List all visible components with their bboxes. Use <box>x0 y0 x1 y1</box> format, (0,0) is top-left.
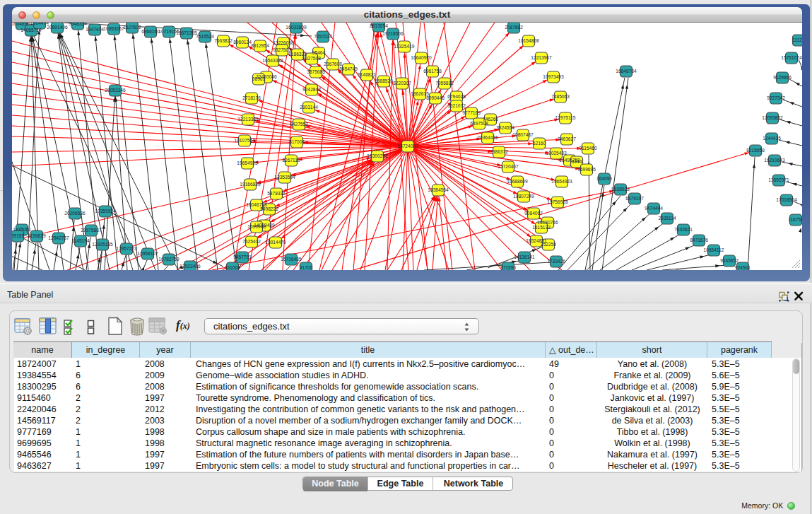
svg-text:2718176: 2718176 <box>242 95 261 100</box>
svg-text:13692971: 13692971 <box>768 177 789 182</box>
svg-text:1156829: 1156829 <box>28 233 46 238</box>
svg-text:19166829: 19166829 <box>240 182 261 187</box>
svg-text:18300295: 18300295 <box>367 153 388 158</box>
svg-text:6966160: 6966160 <box>141 29 160 34</box>
svg-text:1145194: 1145194 <box>71 238 90 243</box>
svg-text:1615132: 1615132 <box>532 225 551 230</box>
svg-text:19384554: 19384554 <box>428 187 449 192</box>
svg-text:2803144: 2803144 <box>300 105 318 110</box>
svg-text:15751074: 15751074 <box>781 55 802 60</box>
svg-text:6794028: 6794028 <box>447 94 466 99</box>
svg-text:12213967: 12213967 <box>531 55 552 60</box>
svg-text:9242848: 9242848 <box>302 87 321 92</box>
svg-text:39975887: 39975887 <box>81 228 102 233</box>
svg-text:16648784: 16648784 <box>616 69 637 74</box>
svg-text:19654925: 19654925 <box>237 160 258 165</box>
svg-text:3875685: 3875685 <box>307 69 325 74</box>
svg-text:811004: 811004 <box>225 265 240 270</box>
svg-text:7955812: 7955812 <box>435 81 454 86</box>
svg-text:6497508: 6497508 <box>470 121 488 126</box>
svg-text:8454749: 8454749 <box>339 66 358 71</box>
svg-text:9457791: 9457791 <box>233 255 252 259</box>
svg-text:9115460: 9115460 <box>579 146 597 151</box>
svg-text:16543382: 16543382 <box>262 58 283 63</box>
svg-text:1847404: 1847404 <box>86 27 104 32</box>
svg-text:12093832: 12093832 <box>762 115 783 120</box>
svg-text:9146821: 9146821 <box>358 72 376 77</box>
svg-text:871550: 871550 <box>500 265 516 270</box>
svg-text:1599948: 1599948 <box>247 224 266 229</box>
svg-text:19654923: 19654923 <box>551 179 572 184</box>
svg-text:12942737: 12942737 <box>48 235 69 240</box>
svg-text:8813054: 8813054 <box>370 23 388 28</box>
svg-text:116753: 116753 <box>788 217 802 222</box>
svg-text:8960124: 8960124 <box>233 40 252 45</box>
svg-text:16210643: 16210643 <box>764 158 785 163</box>
svg-text:8938923: 8938923 <box>611 187 630 192</box>
svg-text:8220307: 8220307 <box>393 81 411 86</box>
svg-text:12353594: 12353594 <box>274 175 295 180</box>
svg-text:16640970: 16640970 <box>411 55 432 60</box>
svg-text:16914479: 16914479 <box>265 240 286 245</box>
svg-text:10807487: 10807487 <box>512 132 534 137</box>
svg-text:62160: 62160 <box>533 141 546 146</box>
svg-text:2367608: 2367608 <box>324 62 342 66</box>
svg-text:7485063: 7485063 <box>551 94 570 99</box>
svg-text:924561: 924561 <box>735 265 751 270</box>
svg-text:10654112: 10654112 <box>704 247 724 252</box>
svg-text:91700: 91700 <box>300 265 313 270</box>
svg-text:7663822: 7663822 <box>214 38 233 43</box>
svg-text:7515524: 7515524 <box>196 34 214 39</box>
svg-text:9699695: 9699695 <box>577 167 596 172</box>
svg-text:9777169: 9777169 <box>462 110 481 115</box>
svg-text:98961: 98961 <box>252 76 266 81</box>
svg-text:252254: 252254 <box>541 242 556 247</box>
svg-text:1621072: 1621072 <box>447 103 466 108</box>
svg-text:20206536: 20206536 <box>64 211 86 216</box>
svg-text:6961758: 6961758 <box>423 69 442 74</box>
svg-text:10973493: 10973493 <box>543 74 564 79</box>
svg-text:7632621: 7632621 <box>674 227 693 232</box>
svg-text:9474444: 9474444 <box>645 206 663 211</box>
svg-text:12213389: 12213389 <box>237 117 259 122</box>
svg-text:10653267: 10653267 <box>103 26 124 31</box>
svg-text:20053346: 20053346 <box>105 88 126 93</box>
svg-text:16033809: 16033809 <box>286 25 307 30</box>
svg-text:8427552: 8427552 <box>290 122 308 127</box>
svg-text:817004: 817004 <box>289 139 305 144</box>
svg-text:9084067: 9084067 <box>524 211 543 216</box>
svg-text:8471676: 8471676 <box>690 238 708 243</box>
svg-text:13226058: 13226058 <box>273 40 294 45</box>
svg-text:39159: 39159 <box>12 233 24 238</box>
svg-text:20691406: 20691406 <box>47 25 68 30</box>
svg-text:16120746: 16120746 <box>537 220 558 225</box>
svg-text:17957223: 17957223 <box>116 246 137 251</box>
svg-text:2087682: 2087682 <box>505 25 523 30</box>
svg-text:11120: 11120 <box>792 37 802 42</box>
svg-text:10958107: 10958107 <box>137 251 158 256</box>
svg-text:9948354: 9948354 <box>69 23 87 26</box>
svg-text:8990448: 8990448 <box>426 95 445 100</box>
svg-text:17018504: 17018504 <box>776 197 797 202</box>
svg-text:1588520: 1588520 <box>375 78 393 83</box>
svg-text:10025433: 10025433 <box>546 151 567 156</box>
svg-text:164095: 164095 <box>596 176 612 181</box>
svg-text:7386372: 7386372 <box>490 149 508 154</box>
svg-text:11325419: 11325419 <box>394 44 415 49</box>
svg-text:10107554: 10107554 <box>234 138 255 143</box>
svg-text:15720407: 15720407 <box>498 164 519 169</box>
svg-text:16782759: 16782759 <box>158 257 180 262</box>
svg-text:12923466: 12923466 <box>180 264 201 269</box>
svg-text:1244415: 1244415 <box>763 136 781 141</box>
svg-text:2935114: 2935114 <box>658 216 676 221</box>
svg-text:14136141: 14136141 <box>514 255 535 259</box>
svg-text:1527602: 1527602 <box>123 25 141 30</box>
svg-text:95464: 95464 <box>312 50 326 55</box>
svg-text:8267110: 8267110 <box>282 158 300 163</box>
svg-text:9129966: 9129966 <box>773 75 792 80</box>
svg-text:16154808: 16154808 <box>518 38 539 43</box>
svg-text:5878334: 5878334 <box>267 191 286 196</box>
svg-text:19756928: 19756928 <box>547 199 568 204</box>
svg-text:18724007: 18724007 <box>397 144 418 148</box>
svg-text:16048994: 16048994 <box>12 23 33 26</box>
